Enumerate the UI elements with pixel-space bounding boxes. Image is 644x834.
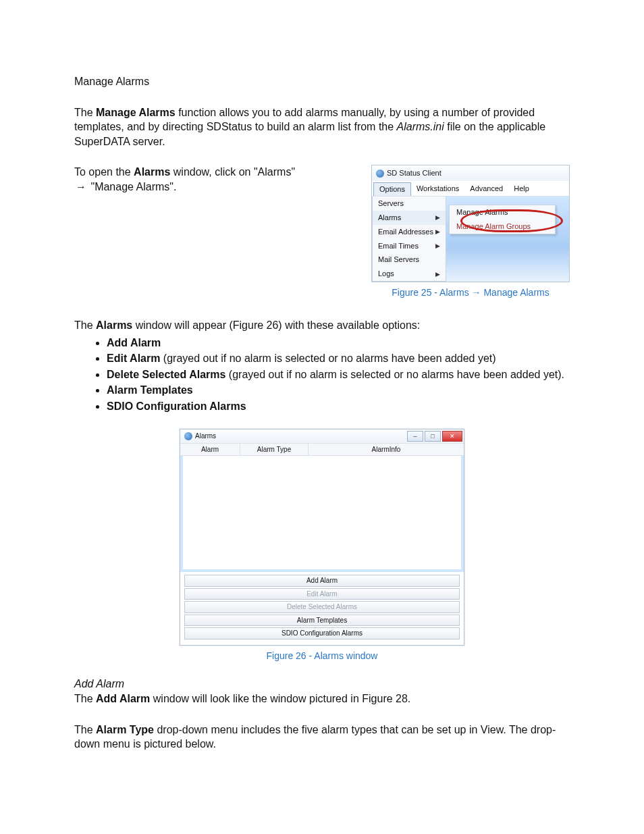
figure-25-caption: Figure 25 - Alarms → Manage Alarms	[371, 286, 570, 299]
maximize-button[interactable]: □	[425, 431, 441, 442]
chevron-right-icon: ▶	[435, 270, 440, 278]
button-stack: Add Alarm Edit Alarm Delete Selected Ala…	[180, 572, 464, 645]
window-buttons: – □ ✕	[407, 431, 462, 442]
alarms-window: Alarms – □ ✕ Alarm Alarm Type AlarmInfo …	[180, 429, 464, 646]
dropdown-item-servers[interactable]: Servers	[373, 197, 446, 211]
dropdown-label: Email Addresses	[378, 227, 433, 237]
text: "Manage Alarms".	[88, 181, 176, 192]
chevron-right-icon: ▶	[435, 228, 440, 236]
text: To open the	[74, 166, 134, 178]
dropdown-item-alarms[interactable]: Alarms▶	[373, 211, 446, 225]
dropdown-label: Mail Servers	[378, 255, 419, 265]
alarms-submenu: Manage Alarms Manage Alarm Groups	[449, 205, 556, 234]
list-item: SDIO Configuration Alarms	[107, 399, 570, 414]
list-item: Add Alarm	[107, 336, 570, 350]
app-icon	[184, 432, 192, 440]
column-headers: Alarm Alarm Type AlarmInfo	[180, 443, 464, 457]
option-delete-selected: Delete Selected Alarms	[107, 369, 225, 380]
text: The	[74, 107, 96, 118]
chevron-right-icon: ▶	[435, 213, 440, 221]
alarm-type-paragraph: The Alarm Type drop-down menu includes t…	[74, 723, 570, 752]
figure-26-caption: Figure 26 - Alarms window	[267, 650, 378, 662]
app-icon	[376, 170, 384, 178]
close-button[interactable]: ✕	[442, 431, 462, 442]
text: window will look like the window picture…	[150, 693, 410, 704]
window-title: Alarms	[195, 432, 216, 441]
menubar: Options Workstations Advanced Help	[372, 181, 569, 197]
chevron-right-icon: ▶	[435, 242, 440, 250]
dropdown-item-email-addresses[interactable]: Email Addresses▶	[373, 225, 446, 239]
open-instructions: To open the Alarms window, click on "Ala…	[74, 165, 359, 194]
delete-selected-alarms-button[interactable]: Delete Selected Alarms	[184, 601, 460, 613]
dropdown-item-mail-servers[interactable]: Mail Servers	[373, 253, 446, 267]
window-title: SD Status Client	[387, 168, 441, 178]
option-edit-alarm: Edit Alarm	[107, 353, 160, 364]
list-item: Delete Selected Alarms (grayed out if no…	[107, 367, 570, 382]
menu-advanced[interactable]: Advanced	[464, 182, 508, 196]
alarms-bold: Alarms	[96, 319, 132, 331]
options-intro: The Alarms window will appear (Figure 26…	[74, 318, 570, 333]
edit-alarm-button[interactable]: Edit Alarm	[184, 588, 460, 600]
menu-help[interactable]: Help	[508, 182, 535, 196]
options-list: Add Alarm Edit Alarm (grayed out if no a…	[74, 336, 570, 414]
text: Manage Alarms	[481, 287, 549, 298]
text: window, click on "Alarms"	[170, 166, 295, 178]
alarms-list-area	[180, 456, 464, 572]
list-item: Edit Alarm (grayed out if no alarm is se…	[107, 351, 570, 366]
text: (grayed out if no alarm is selected or n…	[160, 353, 495, 364]
text: The	[74, 693, 96, 704]
dropdown-item-logs[interactable]: Logs▶	[373, 267, 446, 281]
sd-status-client-window: SD Status Client Options Workstations Ad…	[371, 165, 570, 282]
titlebar: Alarms – □ ✕	[180, 429, 464, 443]
text: (grayed out if no alarm is selected or n…	[225, 369, 564, 380]
list-item: Alarm Templates	[107, 383, 570, 398]
column-alarm[interactable]: Alarm	[180, 444, 240, 456]
minimize-button[interactable]: –	[407, 431, 423, 442]
text: window will appear (Figure 26) with thes…	[132, 319, 420, 331]
dropdown-label: Alarms	[378, 213, 401, 223]
menu-options[interactable]: Options	[373, 182, 411, 196]
dropdown-label: Email Times	[378, 241, 419, 251]
column-alarm-info[interactable]: AlarmInfo	[308, 444, 464, 456]
alarm-type-bold: Alarm Type	[96, 724, 154, 735]
add-alarm-bold: Add Alarm	[96, 693, 150, 704]
alarm-templates-button[interactable]: Alarm Templates	[184, 615, 460, 627]
section-heading: Manage Alarms	[74, 74, 570, 89]
alarms-bold: Alarms	[134, 166, 170, 178]
arrow-icon: →	[472, 287, 481, 298]
text: The	[74, 319, 96, 331]
alarms-ini-italic: Alarms.ini	[397, 121, 444, 132]
intro-paragraph: The Manage Alarms function allows you to…	[74, 105, 570, 149]
dropdown-label: Servers	[378, 199, 404, 209]
submenu-manage-alarms[interactable]: Manage Alarms	[450, 205, 555, 219]
text: The	[74, 724, 96, 735]
menu-workstations[interactable]: Workstations	[411, 182, 464, 196]
option-sdio-config: SDIO Configuration Alarms	[107, 400, 246, 412]
titlebar: SD Status Client	[372, 165, 569, 181]
option-alarm-templates: Alarm Templates	[107, 384, 193, 396]
options-dropdown: Servers Alarms▶ Email Addresses▶ Email T…	[372, 197, 446, 282]
text: Figure 25 - Alarms	[392, 287, 471, 298]
manage-alarms-bold: Manage Alarms	[96, 107, 176, 118]
column-alarm-type[interactable]: Alarm Type	[240, 444, 308, 456]
dropdown-label: Logs	[378, 269, 394, 279]
add-alarm-paragraph: The Add Alarm window will look like the …	[74, 692, 570, 706]
dropdown-item-email-times[interactable]: Email Times▶	[373, 239, 446, 253]
add-alarm-button[interactable]: Add Alarm	[184, 575, 460, 587]
option-add-alarm: Add Alarm	[107, 337, 161, 348]
add-alarm-heading: Add Alarm	[74, 677, 570, 692]
sdio-config-alarms-button[interactable]: SDIO Configuration Alarms	[184, 627, 460, 640]
arrow-icon: →	[74, 181, 88, 192]
content-area: Manage Alarms Manage Alarm Groups	[446, 197, 569, 282]
submenu-manage-alarm-groups[interactable]: Manage Alarm Groups	[450, 219, 555, 234]
